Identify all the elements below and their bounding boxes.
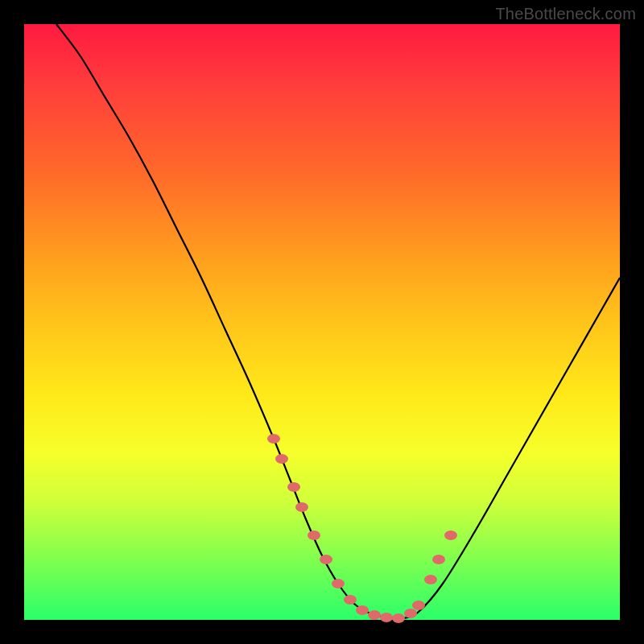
marker-point bbox=[295, 502, 308, 512]
watermark-text: TheBottleneck.com bbox=[495, 5, 636, 23]
marker-point bbox=[380, 613, 393, 622]
marker-point bbox=[320, 555, 332, 564]
marker-point bbox=[332, 579, 345, 588]
chart-frame: TheBottleneck.com bbox=[0, 0, 644, 644]
marker-point bbox=[392, 613, 405, 623]
bottleneck-curve bbox=[56, 24, 620, 618]
curve-svg bbox=[24, 24, 620, 620]
marker-point bbox=[424, 575, 437, 584]
marker-point bbox=[412, 601, 425, 610]
marker-point bbox=[368, 610, 381, 620]
marker-point bbox=[308, 530, 320, 540]
marker-point bbox=[432, 555, 445, 564]
marker-point bbox=[287, 482, 300, 492]
plot-area bbox=[24, 24, 620, 620]
marker-point bbox=[267, 434, 280, 444]
marker-point bbox=[356, 605, 369, 615]
marker-point bbox=[444, 530, 457, 540]
marker-point bbox=[344, 595, 357, 605]
marker-point bbox=[404, 609, 417, 618]
marker-point bbox=[275, 454, 288, 464]
marker-group bbox=[267, 434, 457, 623]
